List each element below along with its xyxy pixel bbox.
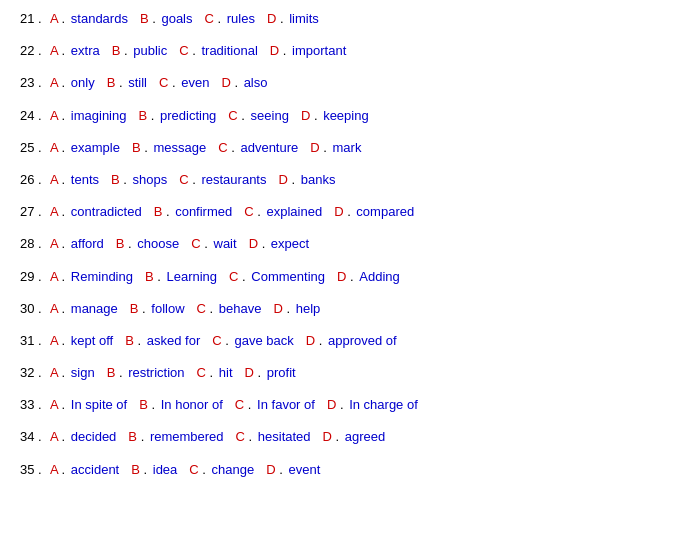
option-text: imagining [71,108,127,123]
question-number: 24 . [20,107,50,125]
option-text: profit [267,365,296,380]
question-number: 31 . [20,332,50,350]
option-dot: . [254,204,265,219]
question-row: 21 .A . standardsB . goalsC . rulesD . l… [20,10,672,28]
option: D . In charge of [327,396,426,414]
option-letter: A [50,365,58,380]
question-number: 28 . [20,235,50,253]
option: B . predicting [138,107,224,125]
option-text: predicting [160,108,216,123]
question-number: 22 . [20,42,50,60]
option-text: gave back [234,333,293,348]
option-dot: . [58,204,69,219]
option-letter: B [139,397,148,412]
option-dot: . [245,429,256,444]
question-number: 34 . [20,428,50,446]
option: C . adventure [218,139,306,157]
option-letter: D [323,429,332,444]
option-dot: . [148,397,159,412]
option-dot: . [346,269,357,284]
option-dot: . [238,269,249,284]
option-text: agreed [345,429,385,444]
option-text: even [181,75,209,90]
option-letter: A [50,11,58,26]
option-letter: D [266,462,275,477]
option-text: afford [71,236,104,251]
option-text: In honor of [161,397,223,412]
option-letter: B [145,269,154,284]
option: A . kept off [50,332,121,350]
option-text: limits [289,11,319,26]
option-text: banks [301,172,336,187]
option: C . hit [197,364,241,382]
option: D . agreed [323,428,394,446]
option-text: decided [71,429,117,444]
option: D . profit [245,364,304,382]
option-dot: . [58,301,69,316]
question-row: 35 .A . accidentB . ideaC . changeD . ev… [20,461,672,479]
option: B . message [132,139,214,157]
option-letter: D [221,75,230,90]
option-text: Adding [359,269,399,284]
question-number: 23 . [20,74,50,92]
option-letter: D [310,140,319,155]
option-dot: . [279,43,290,58]
option: A . extra [50,42,108,60]
option: A . tents [50,171,107,189]
option-letter: C [197,365,206,380]
question-row: 28 .A . affordB . chooseC . waitD . expe… [20,235,672,253]
option: B . restriction [107,364,193,382]
option-dot: . [58,236,69,251]
question-number: 32 . [20,364,50,382]
option: C . behave [197,300,270,318]
option-text: mark [333,140,362,155]
option: B . remembered [128,428,231,446]
option-text: hesitated [258,429,311,444]
question-row: 30 .A . manageB . followC . behaveD . he… [20,300,672,318]
option-letter: A [50,204,58,219]
option-text: expect [271,236,309,251]
option-dot: . [206,365,217,380]
option-text: restriction [128,365,184,380]
option-letter: A [50,75,58,90]
option-text: only [71,75,95,90]
option-text: compared [356,204,414,219]
option-dot: . [115,75,126,90]
option-dot: . [283,301,294,316]
option-text: help [296,301,321,316]
option-dot: . [58,108,69,123]
option-letter: D [306,333,315,348]
option: B . In honor of [139,396,231,414]
option-dot: . [137,429,148,444]
question-number: 29 . [20,268,50,286]
option: C . wait [191,235,244,253]
option: C . Commenting [229,268,333,286]
option-text: public [133,43,167,58]
option-dot: . [149,11,160,26]
option-letter: D [270,43,279,58]
option-dot: . [120,172,131,187]
option-dot: . [162,204,173,219]
option-text: rules [227,11,255,26]
option-dot: . [58,75,69,90]
option-text: contradicted [71,204,142,219]
option: D . event [266,461,328,479]
option-text: important [292,43,346,58]
option-letter: C [179,43,188,58]
option-dot: . [214,11,225,26]
option-text: choose [137,236,179,251]
option-letter: C [159,75,168,90]
option-letter: A [50,269,58,284]
option-text: In spite of [71,397,127,412]
option-dot: . [115,365,126,380]
option-letter: C [189,462,198,477]
question-row: 29 .A . RemindingB . LearningC . Comment… [20,268,672,286]
option-letter: D [334,204,343,219]
option-letter: D [327,397,336,412]
option-dot: . [189,172,200,187]
option-letter: D [337,269,346,284]
option-letter: A [50,429,58,444]
option: B . choose [116,235,187,253]
option: A . standards [50,10,136,28]
option-dot: . [140,462,151,477]
